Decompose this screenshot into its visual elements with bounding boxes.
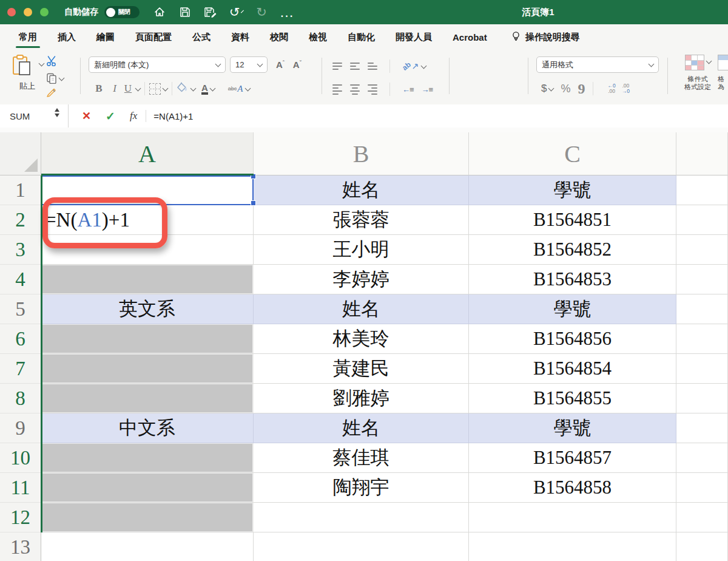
cell-B4[interactable]: 李婷婷 bbox=[254, 265, 469, 294]
cell-A12[interactable] bbox=[41, 503, 254, 532]
row-header-3[interactable]: 3 bbox=[0, 235, 41, 265]
cell-C5[interactable]: 學號 bbox=[469, 294, 676, 324]
cell-B2[interactable]: 張蓉蓉 bbox=[254, 205, 469, 235]
select-all-corner[interactable] bbox=[0, 132, 41, 175]
cell-C3[interactable]: B1564852 bbox=[469, 235, 676, 265]
tab-開發人員[interactable]: 開發人員 bbox=[385, 24, 442, 50]
cell-B11[interactable]: 陶翔宇 bbox=[254, 473, 469, 503]
cell-C2[interactable]: B1564851 bbox=[469, 205, 676, 235]
cell-D9[interactable] bbox=[676, 413, 728, 443]
cell-D5[interactable] bbox=[676, 294, 728, 324]
copy-icon[interactable] bbox=[46, 73, 64, 84]
close-window-button[interactable] bbox=[7, 8, 16, 16]
row-header-7[interactable]: 7 bbox=[0, 354, 41, 384]
cell-A9[interactable]: 中文系 bbox=[41, 413, 254, 443]
cell-C8[interactable]: B1564855 bbox=[469, 384, 676, 413]
name-box[interactable]: SUM bbox=[0, 104, 69, 127]
format-painter-icon[interactable] bbox=[46, 88, 57, 100]
row-header-8[interactable]: 8 bbox=[0, 384, 41, 413]
cut-icon[interactable] bbox=[46, 56, 58, 69]
row-header-1[interactable]: 1 bbox=[0, 175, 41, 205]
column-header-C[interactable]: C bbox=[469, 132, 676, 175]
row-header-13[interactable]: 13 bbox=[0, 532, 41, 561]
column-header-d[interactable] bbox=[676, 132, 728, 175]
tab-常用[interactable]: 常用 bbox=[8, 24, 47, 50]
orientation-button[interactable]: ab bbox=[402, 62, 426, 70]
cell-C12[interactable] bbox=[469, 503, 676, 532]
cell-B12[interactable] bbox=[254, 503, 469, 532]
align-right-icon[interactable] bbox=[368, 84, 377, 95]
tab-校閱[interactable]: 校閱 bbox=[260, 24, 298, 50]
cell-D13[interactable] bbox=[676, 532, 728, 561]
shrink-font-button[interactable]: Aˇ bbox=[293, 59, 302, 70]
grow-font-button[interactable]: Aˆ bbox=[276, 59, 285, 70]
tab-繪圖[interactable]: 繪圖 bbox=[86, 24, 125, 50]
cell-A7[interactable] bbox=[41, 354, 254, 384]
tab-資料[interactable]: 資料 bbox=[221, 24, 260, 50]
cell-C9[interactable]: 學號 bbox=[469, 413, 676, 443]
a1-reference-handle[interactable] bbox=[251, 200, 256, 206]
font-color-button[interactable]: A bbox=[201, 83, 215, 95]
cell-A6[interactable] bbox=[41, 324, 254, 354]
copy-chevron-icon[interactable] bbox=[59, 75, 65, 81]
name-box-stepper[interactable] bbox=[55, 108, 59, 117]
comma-format-button[interactable]: 9 bbox=[578, 86, 585, 92]
home-icon[interactable] bbox=[153, 5, 166, 19]
cell-B7[interactable]: 黃建民 bbox=[254, 354, 469, 384]
row-header-12[interactable]: 12 bbox=[0, 503, 41, 532]
cell-D3[interactable] bbox=[676, 235, 728, 265]
cell-A8[interactable] bbox=[41, 384, 254, 413]
formula-input[interactable]: =N(A1)+1 bbox=[153, 111, 193, 121]
tab-自動化[interactable]: 自動化 bbox=[337, 24, 385, 50]
tab-插入[interactable]: 插入 bbox=[47, 24, 86, 50]
row-header-2[interactable]: 2 bbox=[0, 205, 41, 235]
row-header-6[interactable]: 6 bbox=[0, 324, 41, 354]
cell-D2[interactable] bbox=[676, 205, 728, 235]
cell-C1[interactable]: 學號 bbox=[469, 175, 676, 205]
cell-D1[interactable] bbox=[676, 175, 728, 205]
increase-decimal-button[interactable]: ←0.00 bbox=[607, 83, 615, 94]
cell-C11[interactable]: B1564858 bbox=[469, 473, 676, 503]
bold-button[interactable]: B bbox=[91, 83, 107, 95]
align-center-icon[interactable] bbox=[350, 84, 360, 95]
font-size-select[interactable]: 12 bbox=[230, 56, 268, 73]
column-header-A[interactable]: A bbox=[41, 132, 254, 175]
cell-D6[interactable] bbox=[676, 324, 728, 354]
increase-indent-icon[interactable]: →≡ bbox=[422, 85, 433, 94]
row-header-5[interactable]: 5 bbox=[0, 294, 41, 324]
cell-D10[interactable] bbox=[676, 443, 728, 473]
cell-C6[interactable]: B1564856 bbox=[469, 324, 676, 354]
decrease-indent-icon[interactable]: ←≡ bbox=[402, 85, 414, 94]
row-header-11[interactable]: 11 bbox=[0, 473, 41, 503]
cell-A4[interactable] bbox=[41, 265, 254, 294]
cell-D11[interactable] bbox=[676, 473, 728, 503]
cell-C13[interactable] bbox=[469, 532, 676, 561]
cell-B13[interactable] bbox=[254, 532, 469, 561]
undo-icon[interactable]: ↺ bbox=[229, 5, 243, 19]
tab-Acrobat[interactable]: Acrobat bbox=[442, 24, 497, 50]
insert-function-icon[interactable]: fx bbox=[130, 110, 137, 122]
row-header-10[interactable]: 10 bbox=[0, 443, 41, 473]
save-icon[interactable] bbox=[178, 5, 192, 19]
cell-A5[interactable]: 英文系 bbox=[41, 294, 254, 324]
italic-button[interactable]: I bbox=[107, 83, 123, 95]
save-as-icon[interactable] bbox=[204, 5, 217, 19]
cell-B9[interactable]: 姓名 bbox=[254, 413, 469, 443]
row-header-4[interactable]: 4 bbox=[0, 265, 41, 294]
align-bottom-icon[interactable] bbox=[368, 63, 377, 70]
tab-help-search[interactable]: 操作說明搜尋 bbox=[511, 31, 580, 43]
cell-B6[interactable]: 林美玲 bbox=[254, 324, 469, 354]
tab-公式[interactable]: 公式 bbox=[182, 24, 221, 50]
currency-format-button[interactable]: $ bbox=[541, 83, 553, 95]
paste-button[interactable]: 貼上 bbox=[10, 55, 45, 92]
strikethrough-button[interactable]: abcA bbox=[228, 84, 250, 94]
borders-button[interactable] bbox=[149, 83, 167, 95]
enter-icon[interactable]: ✓ bbox=[106, 109, 115, 123]
decrease-decimal-button[interactable]: .00→0 bbox=[622, 83, 630, 94]
cell-B5[interactable]: 姓名 bbox=[254, 294, 469, 324]
tab-檢視[interactable]: 檢視 bbox=[298, 24, 337, 50]
underline-button[interactable]: U bbox=[123, 83, 140, 95]
cell-D12[interactable] bbox=[676, 503, 728, 532]
cell-C7[interactable]: B1564854 bbox=[469, 354, 676, 384]
format-as-table-button[interactable]: 格為 bbox=[718, 55, 728, 91]
